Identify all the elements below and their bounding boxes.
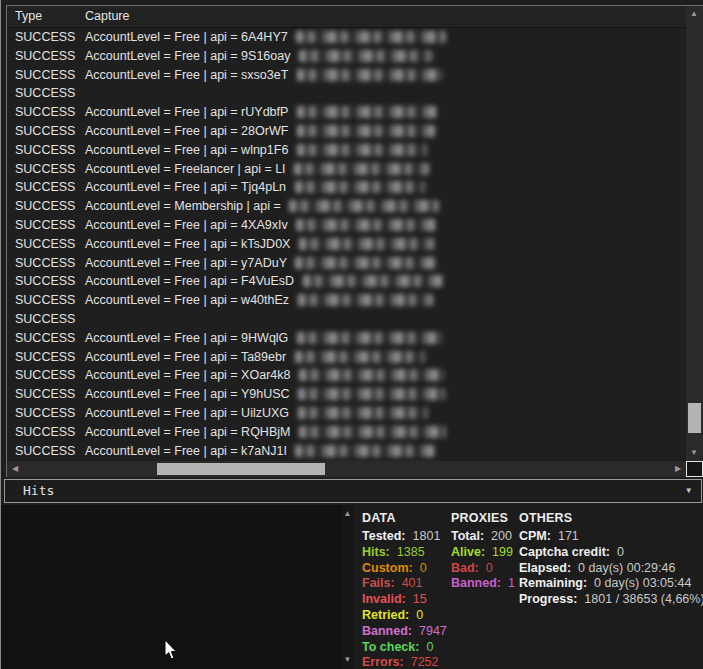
row-capture: AccountLevel = Free | api = XOar4k8: [85, 366, 686, 385]
table-row[interactable]: SUCCESS AccountLevel = Free | api = y7AD…: [7, 254, 686, 273]
stats-scroll-down-icon[interactable]: ▼: [341, 655, 354, 665]
row-capture: AccountLevel = Free | api = 4XA9xIv: [85, 216, 686, 235]
row-type: SUCCESS: [7, 366, 85, 385]
stat-label: Hits:: [362, 545, 390, 559]
stat-label: Errors:: [362, 655, 404, 669]
table-row[interactable]: SUCCESS AccountLevel = Free | api = Ta89…: [7, 348, 686, 367]
column-header-type[interactable]: Type: [7, 6, 85, 27]
row-capture: AccountLevel = Free | api = Ta89ebr: [85, 348, 686, 367]
redacted-capture: [297, 125, 435, 137]
horizontal-scroll-thumb[interactable]: [157, 463, 325, 475]
table-row[interactable]: SUCCESS AccountLevel = Free | api = RQHB…: [7, 423, 686, 442]
row-type: SUCCESS: [7, 442, 85, 461]
table-row[interactable]: SUCCESS AccountLevel = Free | api = k7aN…: [7, 442, 686, 461]
row-capture: [85, 310, 686, 329]
horizontal-scrollbar[interactable]: ◀ ▶: [7, 461, 686, 477]
row-capture-text: AccountLevel = Free | api = 4XA9xIv: [85, 216, 288, 235]
row-capture-text: AccountLevel = Free | api = rUYdbfP: [85, 103, 288, 122]
stat-item: Bad:0: [451, 561, 515, 577]
table-row[interactable]: SUCCESS: [7, 84, 686, 103]
row-type: SUCCESS: [7, 103, 85, 122]
scroll-left-icon[interactable]: ◀: [7, 461, 23, 477]
stats-column-others: OTHERS CPM:171 Captcha credit:0 Elapsed:…: [519, 511, 703, 608]
row-type: SUCCESS: [7, 291, 85, 310]
row-capture-text: AccountLevel = Free | api = XOar4k8: [85, 366, 290, 385]
vertical-scroll-thumb[interactable]: [688, 403, 701, 433]
stat-item: Alive:199: [451, 545, 515, 561]
table-row[interactable]: SUCCESS: [7, 310, 686, 329]
stat-label: Bad:: [451, 561, 479, 575]
row-capture-text: AccountLevel = Free | api = 28OrWF: [85, 122, 288, 141]
table-row[interactable]: SUCCESS AccountLevel = Free | api = F4Vu…: [7, 272, 686, 291]
stat-value: 0: [420, 561, 427, 575]
table-row[interactable]: SUCCESS AccountLevel = Freelancer | api …: [7, 160, 686, 179]
redacted-capture: [294, 163, 429, 175]
row-type: SUCCESS: [7, 404, 85, 423]
stat-item: Elapsed:0 day(s) 00:29:46: [519, 561, 703, 577]
scroll-down-icon[interactable]: ▼: [686, 445, 702, 461]
stat-label: Progress:: [519, 592, 577, 606]
row-capture-text: AccountLevel = Free | api = k7aNJ1I: [85, 442, 287, 461]
row-capture: AccountLevel = Free | api = F4VuEsD: [85, 272, 686, 291]
table-row[interactable]: SUCCESS AccountLevel = Membership | api …: [7, 197, 686, 216]
table-row[interactable]: SUCCESS AccountLevel = Free | api = 4XA9…: [7, 216, 686, 235]
scroll-up-icon[interactable]: ▲: [686, 6, 702, 22]
row-capture-text: AccountLevel = Free | api = F4VuEsD: [85, 272, 294, 291]
stats-scrollbar[interactable]: ▲ ▼: [341, 505, 354, 669]
stat-value: 0: [486, 561, 493, 575]
redacted-capture: [296, 31, 446, 43]
row-capture: AccountLevel = Free | api = sxso3eT: [85, 66, 686, 85]
stat-value: 1: [508, 576, 515, 590]
stat-value: 0 day(s) 03:05:44: [594, 576, 691, 590]
stat-label: Elapsed:: [519, 561, 571, 575]
stat-item: To check:0: [362, 640, 447, 656]
row-type: SUCCESS: [7, 197, 85, 216]
table-row[interactable]: SUCCESS AccountLevel = Free | api = 9HWq…: [7, 329, 686, 348]
stat-item: Remaining:0 day(s) 03:05:44: [519, 576, 703, 592]
table-row[interactable]: SUCCESS AccountLevel = Free | api = sxso…: [7, 66, 686, 85]
row-capture-text: AccountLevel = Free | api = y7ADuY: [85, 254, 287, 273]
row-type: SUCCESS: [7, 385, 85, 404]
table-row[interactable]: SUCCESS AccountLevel = Free | api = Y9hU…: [7, 385, 686, 404]
column-header-capture[interactable]: Capture: [85, 6, 703, 27]
row-type: SUCCESS: [7, 348, 85, 367]
stat-label: To check:: [362, 640, 419, 654]
table-row[interactable]: SUCCESS AccountLevel = Free | api = Uilz…: [7, 404, 686, 423]
redacted-capture: [295, 257, 437, 269]
table-row[interactable]: SUCCESS AccountLevel = Free | api = rUYd…: [7, 103, 686, 122]
chevron-down-icon: ▼: [686, 480, 691, 502]
table-row[interactable]: SUCCESS AccountLevel = Free | api = wlnp…: [7, 141, 686, 160]
table-row[interactable]: SUCCESS AccountLevel = Free | api = kTsJ…: [7, 235, 686, 254]
row-capture: AccountLevel = Membership | api =: [85, 197, 686, 216]
scroll-right-icon[interactable]: ▶: [670, 461, 686, 477]
table-row[interactable]: SUCCESS AccountLevel = Free | api = 9S16…: [7, 47, 686, 66]
stat-item: Banned:1: [451, 576, 515, 592]
stat-value: 0: [617, 545, 624, 559]
table-row[interactable]: SUCCESS AccountLevel = Free | api = XOar…: [7, 366, 686, 385]
hits-dropdown[interactable]: Hits ▼: [4, 479, 702, 503]
row-type: SUCCESS: [7, 28, 85, 47]
row-type: SUCCESS: [7, 272, 85, 291]
row-type: SUCCESS: [7, 235, 85, 254]
table-row[interactable]: SUCCESS AccountLevel = Free | api = 6A4H…: [7, 28, 686, 47]
row-capture: AccountLevel = Free | api = kTsJD0X: [85, 235, 686, 254]
row-capture-text: AccountLevel = Free | api = kTsJD0X: [85, 235, 290, 254]
redacted-capture: [295, 181, 425, 193]
stat-item: Banned:7947: [362, 624, 447, 640]
stat-value: 200: [491, 529, 512, 543]
row-capture-text: AccountLevel = Free | api = RQHBjM: [85, 423, 290, 442]
stats-items-proxies: Total:200 Alive:199 Bad:0 Banned:1: [451, 529, 515, 592]
stats-scroll-up-icon[interactable]: ▲: [341, 509, 354, 519]
table-row[interactable]: SUCCESS AccountLevel = Free | api = w40t…: [7, 291, 686, 310]
redacted-capture: [297, 332, 442, 344]
row-type: SUCCESS: [7, 423, 85, 442]
row-capture: AccountLevel = Free | api = w40thEz: [85, 291, 686, 310]
stats-title-data: DATA: [362, 511, 447, 525]
table-row[interactable]: SUCCESS AccountLevel = Free | api = 28Or…: [7, 122, 686, 141]
vertical-scrollbar[interactable]: ▲ ▼: [686, 6, 703, 461]
table-row[interactable]: SUCCESS AccountLevel = Free | api = Tjq4…: [7, 178, 686, 197]
stat-label: Banned:: [362, 624, 412, 638]
stat-label: Tested:: [362, 529, 406, 543]
row-capture-text: AccountLevel = Free | api = 9HWqlG: [85, 329, 288, 348]
table-body: SUCCESS AccountLevel = Free | api = 6A4H…: [7, 28, 686, 461]
